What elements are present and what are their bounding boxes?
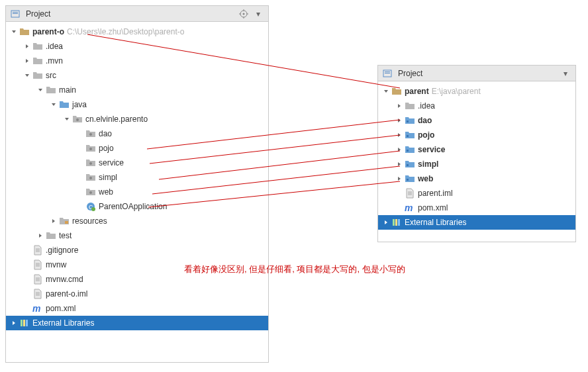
tree-row[interactable]: mpom.xml [6,301,268,316]
svg-point-4 [243,13,245,15]
tree-row[interactable]: CParentOApplication [6,199,268,214]
chevron-down-icon[interactable] [10,28,18,36]
chevron-right-icon[interactable] [23,42,31,50]
tree-row[interactable]: pojo [6,141,268,156]
tree-row[interactable]: dao [6,126,268,141]
chevron-right-icon[interactable] [23,57,31,65]
chevron-right-icon[interactable] [50,217,58,225]
tree-item-label: service [418,145,445,154]
chevron-blank [395,189,403,197]
chevron-right-icon[interactable] [395,131,403,139]
tree-row[interactable]: parent-o.iml [6,287,268,301]
tree-row[interactable]: service [6,156,268,170]
package-icon [72,114,83,124]
chevron-right-icon[interactable] [395,175,403,183]
svg-rect-40 [407,150,409,152]
tree-row[interactable]: .idea [6,39,268,54]
chevron-down-icon[interactable] [36,86,44,94]
tree-item-label: External Libraries [405,218,466,227]
tree-item-label: .mvn [46,56,63,66]
folder-gray-icon [32,56,43,66]
tree-row[interactable]: External Libraries [6,316,268,330]
chevron-right-icon[interactable] [36,232,44,240]
tree-row[interactable]: simpl [6,170,268,185]
tree-row[interactable]: .idea [378,99,575,113]
tree-row[interactable]: web [6,185,268,199]
tree-row[interactable]: External Libraries [378,215,575,230]
chevron-right-icon[interactable] [382,218,390,226]
chevron-down-icon[interactable] [63,115,71,123]
tree-item-label: parent-o.iml [46,289,87,299]
svg-point-17 [91,207,95,211]
tree-row[interactable]: parent-oC:\Users\le.zhu\Desktop\parent-o [6,24,268,39]
folder-gray-icon [32,41,43,52]
tree-item-label: ParentOApplication [99,202,167,211]
resources-icon [59,216,70,226]
chevron-down-icon[interactable] [382,87,390,95]
tree-item-label: simpl [418,160,438,169]
tree-row[interactable]: java [6,97,268,112]
package-icon [85,172,96,183]
module-icon [405,173,415,184]
tree-item-label: service [99,158,124,167]
tree-row[interactable]: main [6,83,268,97]
tree-row[interactable]: cn.elvinle.parento [6,112,268,126]
tree-row[interactable]: web [378,171,575,186]
svg-rect-1 [13,12,18,13]
annotation-text: 看着好像没区别, 但是仔细看, 项目都是大写的, 包是小写的 [184,263,405,275]
tree-item-label: External Libraries [32,318,94,328]
chevron-blank [76,159,84,167]
folder-gray-icon [46,85,56,95]
file-icon [32,289,43,299]
tree-row[interactable]: resources [6,214,268,228]
tree-item-label: .idea [418,101,435,111]
chevron-right-icon[interactable] [395,102,403,110]
tree-row[interactable]: test [6,228,268,243]
tree-row[interactable]: mpom.xml [378,201,575,215]
chevron-right-icon[interactable] [395,160,403,168]
tree-row[interactable]: src [6,68,268,83]
pane-title: Project [398,69,422,78]
chevron-right-icon[interactable] [395,146,403,154]
svg-rect-34 [26,320,28,326]
svg-rect-38 [407,120,409,122]
chevron-down-icon[interactable] [23,71,31,79]
package-icon [85,128,96,139]
tree-row[interactable]: simpl [378,157,575,171]
tree-row[interactable]: service [378,142,575,157]
tree-item-label: pom.xml [418,203,448,212]
dropdown-icon[interactable]: ▾ [560,68,571,79]
chevron-blank [76,173,84,181]
tree-item-label: web [99,187,113,197]
svg-rect-47 [393,219,395,226]
svg-rect-32 [21,320,23,326]
folder-gray-icon [46,230,56,241]
tree-row[interactable]: pojo [378,128,575,142]
chevron-blank [23,275,31,283]
tree-row[interactable]: .gitignore [6,243,268,257]
chevron-blank [23,290,31,298]
tree-row[interactable]: parent.iml [378,186,575,201]
folder-blue-icon [59,99,70,110]
dropdown-icon[interactable]: ▾ [252,8,264,20]
file-icon [32,259,43,270]
tree-item-label: mvnw [46,260,66,269]
svg-rect-49 [398,219,400,226]
tree-row[interactable]: .mvn [6,54,268,68]
chevron-down-icon[interactable] [50,101,58,109]
pane-header: Project ▾ [6,6,268,22]
project-icon [382,68,393,79]
chevron-blank [395,204,403,212]
tree-row[interactable]: parentE:\java\parent [378,84,575,99]
tree-item-label: resources [72,216,107,226]
file-icon [405,188,415,199]
libs-icon [19,318,30,328]
svg-rect-36 [385,71,390,72]
tree-item-path: E:\java\parent [432,87,481,96]
chevron-right-icon[interactable] [10,319,18,327]
tree-row[interactable]: dao [378,113,575,128]
target-icon[interactable] [238,8,250,20]
chevron-right-icon[interactable] [395,116,403,124]
tree-item-label: pojo [99,144,114,153]
tree-item-label: dao [99,129,112,138]
